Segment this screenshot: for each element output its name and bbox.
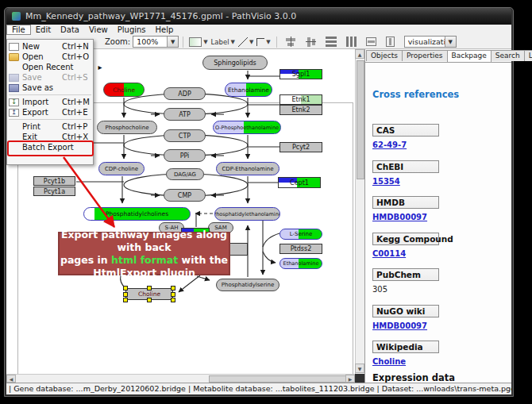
selection-handle[interactable] (171, 298, 175, 302)
canvas-vertical-scrollbar[interactable]: ▲ ▼ (355, 49, 364, 374)
gene-ptdss2[interactable]: Ptdss2 (279, 244, 322, 254)
tab-properties[interactable]: Properties (402, 50, 447, 61)
node-l-serine[interactable]: L-Serine (279, 229, 322, 240)
node-choline-top[interactable]: Choline (103, 83, 145, 97)
node-ppi[interactable]: PPi (164, 149, 206, 162)
node-ctp[interactable]: CTP (164, 129, 206, 142)
stack-vertical-icon[interactable] (326, 37, 337, 47)
selection-handle[interactable] (171, 292, 175, 297)
selection-handle[interactable] (123, 292, 128, 297)
selection-handle[interactable] (123, 286, 128, 290)
title-bar[interactable]: Mm_Kennedy_pathway_WP1771_45176.gpml - P… (6, 8, 511, 25)
node-cmp[interactable]: CMP (164, 189, 206, 202)
gene-pcyt2[interactable]: Pcyt2 (279, 142, 322, 152)
node-ethanolamine-top[interactable]: Ethanolamine (225, 83, 272, 97)
node-phosphatidylserine[interactable]: Phosphatidylserine (216, 279, 279, 291)
file-menu-item-save-as[interactable]: Save as (7, 83, 93, 93)
zoom-value: 100% (133, 37, 167, 46)
reference-value-nugo-wiki[interactable]: HMDB00097 (372, 321, 427, 330)
file-menu-item-import[interactable]: ↧ImportCtrl+M (7, 97, 93, 107)
gene-sgpl1[interactable]: Sgpl1 (279, 69, 322, 79)
menu-plugins[interactable]: Plugins (113, 25, 151, 35)
canvas-horizontal-scrollbar[interactable]: ◀ ▶ (6, 374, 355, 383)
file-menu-item-open[interactable]: OpenCtrl+O (7, 52, 93, 62)
scroll-right-icon[interactable]: ▶ (345, 375, 355, 383)
menu-item-label: Open (22, 52, 62, 61)
menu-item-label: Open Recent (22, 63, 73, 71)
selection-handle[interactable] (123, 298, 128, 302)
node-sphingolipids[interactable]: Sphingolipids (202, 56, 268, 70)
menu-item-label: Export (22, 108, 62, 117)
zoom-select[interactable]: 100% ▼ (133, 36, 179, 48)
gene-etnk1[interactable]: Etnk1 (279, 94, 322, 105)
horizontal-scroll-thumb[interactable] (209, 375, 350, 383)
tab-objects[interactable]: Objects (366, 50, 403, 61)
menu-file[interactable]: File (6, 25, 31, 35)
selection-handle[interactable] (171, 286, 175, 290)
backpage-panel: ObjectsPropertiesBackpageSearchLegend Cr… (364, 49, 511, 383)
node-phosphocholine[interactable]: Phosphocholine (97, 121, 157, 134)
file-menu-item-new[interactable]: NewCtrl+N (7, 41, 93, 52)
menu-view[interactable]: View (84, 25, 113, 35)
gene-cept1[interactable]: Cept1 (278, 177, 321, 188)
tab-legend[interactable]: Legend (524, 50, 532, 61)
tab-search[interactable]: Search (491, 50, 525, 61)
chevron-down-icon[interactable]: ▼ (266, 39, 270, 45)
file-menu-item-export[interactable]: ↥ExportCtrl+E (7, 107, 93, 117)
datanode-tool-button[interactable]: ▼ (187, 36, 209, 48)
align-center-x-icon[interactable] (286, 37, 296, 47)
gene-etnk2[interactable]: Etnk2 (279, 105, 322, 115)
node-dag-ag[interactable]: DAG/AG (166, 168, 204, 180)
menu-data[interactable]: Data (56, 25, 84, 35)
node-ethanolamine-bottom[interactable]: Ethanolamine (279, 258, 322, 269)
status-bar: | Gene database: ...m_Derby_20120602.bri… (6, 383, 511, 394)
node-phosphatidylcholines[interactable]: Phosphatidylcholines (83, 207, 191, 221)
line-tool-button[interactable]: ▼ (237, 36, 255, 48)
export-icon: ↥ (9, 109, 19, 117)
node-phosphatidylethanolamine[interactable]: Phosphatidylethanolamine (214, 207, 280, 221)
chevron-down-icon[interactable]: ▼ (249, 39, 253, 45)
stack-horizontal-icon[interactable] (346, 37, 357, 47)
file-menu-item-exit[interactable]: ExitCtrl+X (7, 132, 93, 142)
scroll-left-icon[interactable]: ◀ (6, 375, 16, 383)
menu-edit[interactable]: Edit (31, 25, 56, 35)
reference-value-hmdb[interactable]: HMDB00097 (372, 213, 427, 221)
tab-backpage[interactable]: Backpage (447, 50, 492, 62)
node-cdp-ethanolamine[interactable]: CDP-Ethanolamine (216, 162, 279, 175)
chevron-down-icon[interactable]: ▼ (203, 39, 207, 45)
scroll-up-icon[interactable]: ▲ (355, 49, 364, 59)
reference-value-wikipedia[interactable]: Choline (372, 357, 406, 366)
reference-value-kegg-compound[interactable]: C00114 (372, 249, 406, 258)
selection-handle[interactable] (147, 286, 152, 290)
visualization-select[interactable]: visualization ▼ (404, 36, 457, 48)
screen: Mm_Kennedy_pathway_WP1771_45176.gpml - P… (0, 0, 532, 404)
menu-item-shortcut: Ctrl+S (62, 73, 91, 82)
common-width-icon[interactable] (366, 37, 376, 46)
chevron-down-icon[interactable]: ▼ (445, 37, 456, 47)
connector-tool-button[interactable]: ▼ (255, 36, 272, 48)
align-center-y-icon[interactable] (306, 37, 316, 47)
node-atp[interactable]: ATP (164, 108, 206, 121)
selection-handle[interactable] (147, 298, 152, 302)
node-cdp-choline[interactable]: CDP-choline (98, 162, 145, 175)
menu-help[interactable]: Help (151, 25, 179, 35)
chevron-down-icon[interactable]: ▼ (231, 39, 235, 45)
annotation-callout: Export pathway images along with back pa… (58, 232, 230, 275)
node-o-phosphoethanolamine[interactable]: O-Phosphoethanolamine (213, 121, 281, 134)
new-icon (9, 43, 19, 51)
gene-pcyt1b[interactable]: Pcyt1b (33, 176, 75, 186)
common-height-icon[interactable] (386, 37, 395, 47)
chevron-down-icon[interactable]: ▼ (167, 37, 178, 47)
node-adp[interactable]: ADP (164, 87, 206, 100)
reference-value-chebi[interactable]: 15354 (372, 177, 400, 186)
label-tool-button[interactable]: Label ▼ (210, 36, 237, 48)
file-menu-item-save[interactable]: SaveCtrl+S (7, 72, 93, 83)
gene-pcyt1a[interactable]: Pcyt1a (33, 187, 75, 196)
file-menu-item-open-recent[interactable]: Open Recent▸ (7, 62, 93, 72)
save-icon (9, 74, 19, 82)
file-menu-item-print[interactable]: PrintCtrl+P (7, 121, 93, 132)
reference-value-cas[interactable]: 62-49-7 (372, 140, 407, 149)
scroll-down-icon[interactable]: ▼ (355, 364, 364, 373)
file-menu-item-batch-export[interactable]: Batch Export (7, 142, 93, 152)
vertical-scroll-thumb[interactable] (357, 60, 364, 179)
